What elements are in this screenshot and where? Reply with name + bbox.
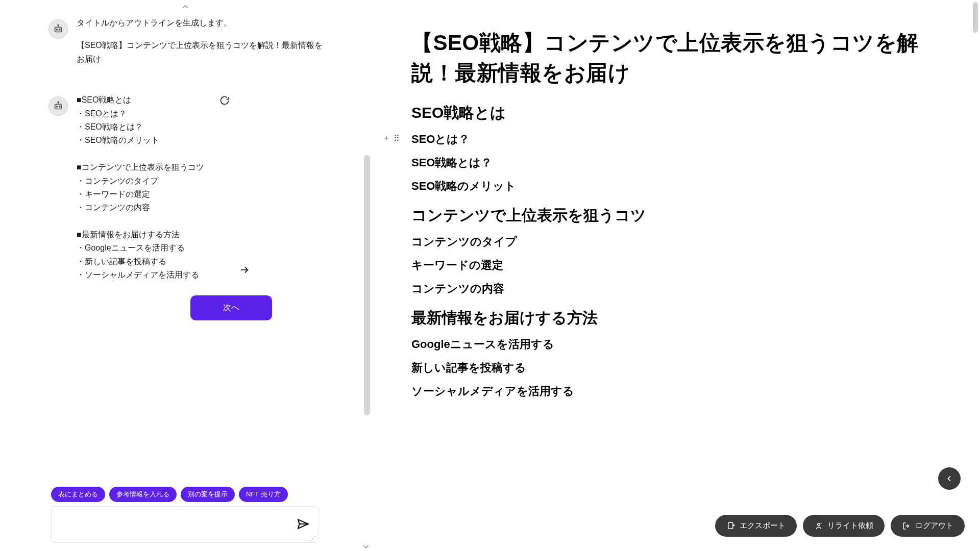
scroll-up-indicator[interactable]: [0, 5, 370, 12]
message-title-line: 【SEO戦略】コンテンツで上位表示を狙うコツを解説！最新情報をお届け: [77, 39, 327, 66]
doc-heading-3[interactable]: SEO戦略のメリット: [411, 179, 939, 194]
chat-input[interactable]: [51, 506, 319, 543]
doc-heading-2[interactable]: 最新情報をお届けする方法: [411, 308, 939, 329]
chat-message: タイトルからアウトラインを生成します。 【SEO戦略】コンテンツで上位表示を狙う…: [0, 12, 370, 70]
doc-heading-3[interactable]: キーワードの選定: [411, 258, 939, 273]
rewrite-icon: [814, 521, 823, 531]
doc-heading-3[interactable]: Googleニュースを活用する: [411, 337, 939, 352]
bot-avatar-icon: [48, 19, 68, 39]
collapse-panel-button[interactable]: [938, 467, 961, 490]
chat-input-row: ⋰: [51, 506, 319, 545]
doc-heading-3[interactable]: 新しい記事を投稿する: [411, 360, 939, 375]
next-button-wrap: 次へ: [0, 295, 370, 320]
doc-heading-3[interactable]: SEO戦略とは？: [411, 155, 939, 170]
chip-nft[interactable]: NFT 売り方: [239, 487, 288, 502]
svg-point-7: [59, 106, 60, 107]
send-icon: [297, 517, 310, 531]
chat-message: ■SEO戦略とは ・SEOとは？ ・SEO戦略とは？ ・SEO戦略のメリット ■…: [0, 89, 370, 286]
logout-icon: [902, 521, 911, 531]
bottom-actions: エクスポート リライト依頼 ログアウト: [715, 515, 965, 537]
chat-panel: タイトルからアウトラインを生成します。 【SEO戦略】コンテンツで上位表示を狙う…: [0, 0, 370, 551]
block-controls: + ⠿: [384, 134, 399, 143]
next-button[interactable]: 次へ: [190, 295, 272, 320]
doc-heading-3[interactable]: コンテンツの内容: [411, 281, 939, 296]
doc-heading-2[interactable]: SEO戦略とは: [411, 103, 939, 123]
rewrite-label: リライト依頼: [827, 521, 873, 531]
drag-handle-icon[interactable]: ⠿: [394, 134, 399, 143]
svg-point-9: [58, 102, 59, 103]
doc-heading-3[interactable]: ソーシャルメディアを活用する: [411, 384, 939, 399]
add-block-icon[interactable]: +: [384, 134, 388, 143]
app-root: タイトルからアウトラインを生成します。 【SEO戦略】コンテンツで上位表示を狙う…: [0, 0, 980, 551]
svg-point-2: [59, 29, 60, 30]
forward-arrow-icon[interactable]: [239, 264, 250, 280]
chip-summarize-table[interactable]: 表にまとめる: [51, 487, 105, 502]
doc-heading-2[interactable]: コンテンツで上位表示を狙うコツ: [411, 205, 939, 226]
doc-heading-3[interactable]: SEOとは？: [411, 132, 939, 147]
document-panel[interactable]: 【SEO戦略】コンテンツで上位表示を狙うコツを解説！最新情報をお届け SEO戦略…: [371, 0, 980, 551]
rewrite-button[interactable]: リライト依頼: [803, 515, 885, 537]
logout-button[interactable]: ログアウト: [891, 515, 965, 537]
message-body: ■SEO戦略とは ・SEOとは？ ・SEO戦略とは？ ・SEO戦略のメリット ■…: [77, 93, 204, 282]
refresh-icon[interactable]: [219, 95, 230, 110]
chevron-left-icon: [945, 474, 953, 483]
send-button[interactable]: [297, 517, 310, 532]
chip-add-references[interactable]: 参考情報を入れる: [109, 487, 177, 502]
chat-scroll-area[interactable]: タイトルからアウトラインを生成します。 【SEO戦略】コンテンツで上位表示を狙う…: [0, 12, 370, 487]
document-title: 【SEO戦略】コンテンツで上位表示を狙うコツを解説！最新情報をお届け: [411, 28, 939, 88]
svg-point-4: [58, 24, 59, 26]
svg-rect-11: [728, 522, 733, 529]
chip-alternative[interactable]: 別の案を提示: [181, 487, 235, 502]
bot-avatar-icon: [48, 96, 68, 116]
svg-point-12: [818, 523, 820, 525]
doc-h3-row[interactable]: + ⠿ SEOとは？: [411, 132, 939, 147]
outline-text: ■SEO戦略とは ・SEOとは？ ・SEO戦略とは？ ・SEO戦略のメリット ■…: [77, 93, 204, 282]
logout-label: ログアウト: [915, 521, 953, 531]
message-body: タイトルからアウトラインを生成します。 【SEO戦略】コンテンツで上位表示を狙う…: [77, 16, 327, 66]
export-label: エクスポート: [740, 521, 786, 531]
suggestion-chips: 表にまとめる 参考情報を入れる 別の案を提示 NFT 売り方: [0, 487, 370, 506]
svg-point-6: [56, 106, 57, 107]
doc-heading-3[interactable]: コンテンツのタイプ: [411, 234, 939, 249]
chat-scrollbar[interactable]: [364, 155, 370, 415]
doc-scrollbar[interactable]: [973, 2, 978, 33]
svg-point-1: [56, 29, 57, 30]
scroll-down-indicator[interactable]: [363, 542, 369, 550]
message-intro: タイトルからアウトラインを生成します。: [77, 16, 327, 30]
export-icon: [726, 521, 736, 531]
export-button[interactable]: エクスポート: [715, 515, 797, 537]
